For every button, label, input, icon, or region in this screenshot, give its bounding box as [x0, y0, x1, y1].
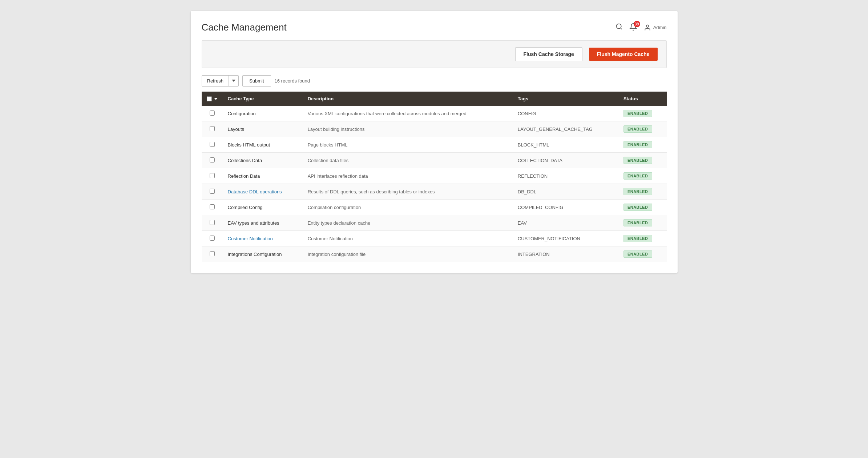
- status-badge: ENABLED: [623, 125, 652, 133]
- row-checkbox-cell: [202, 231, 223, 246]
- description-cell: Layout building instructions: [303, 121, 513, 137]
- row-checkbox[interactable]: [210, 142, 215, 147]
- cache-type-text: Layouts: [228, 126, 245, 132]
- page-title: Cache Management: [202, 22, 287, 33]
- description-cell: Compilation configuration: [303, 200, 513, 215]
- tags-cell: CONFIG: [513, 106, 618, 121]
- status-badge: ENABLED: [623, 157, 652, 164]
- cache-type-text: EAV types and attributes: [228, 220, 279, 226]
- page-header: Cache Management 39 Admi: [202, 22, 667, 33]
- cache-type-text: Blocks HTML output: [228, 142, 270, 148]
- description-cell: Customer Notification: [303, 231, 513, 246]
- row-checkbox[interactable]: [210, 111, 215, 116]
- status-cell: ENABLED: [618, 153, 667, 168]
- cache-type-cell: Blocks HTML output: [223, 137, 303, 153]
- svg-marker-3: [232, 80, 235, 82]
- cache-type-cell: Layouts: [223, 121, 303, 137]
- tags-cell: COMPILED_CONFIG: [513, 200, 618, 215]
- cache-table-body: ConfigurationVarious XML configurations …: [202, 106, 667, 262]
- cache-type-text: Configuration: [228, 111, 256, 116]
- status-cell: ENABLED: [618, 184, 667, 200]
- cache-type-text: Integrations Configuration: [228, 252, 282, 257]
- admin-label-text: Admin: [653, 25, 667, 30]
- description-header: Description: [303, 92, 513, 106]
- flush-bar: Flush Cache Storage Flush Magento Cache: [202, 40, 667, 68]
- row-checkbox-cell: [202, 215, 223, 231]
- description-cell: Page blocks HTML: [303, 137, 513, 153]
- status-cell: ENABLED: [618, 246, 667, 262]
- header-actions: 39 Admin: [615, 23, 667, 32]
- row-checkbox[interactable]: [210, 189, 215, 194]
- svg-line-1: [621, 28, 622, 29]
- description-cell: API interfaces reflection data: [303, 168, 513, 184]
- cache-type-cell: Database DDL operations: [223, 184, 303, 200]
- row-checkbox-cell: [202, 106, 223, 121]
- cache-type-text: Collections Data: [228, 158, 262, 163]
- row-checkbox[interactable]: [210, 157, 215, 162]
- svg-point-2: [646, 25, 649, 27]
- records-count: 16 records found: [275, 78, 310, 84]
- status-cell: ENABLED: [618, 215, 667, 231]
- cache-type-cell: EAV types and attributes: [223, 215, 303, 231]
- status-cell: ENABLED: [618, 121, 667, 137]
- row-checkbox[interactable]: [210, 126, 215, 131]
- table-row: ConfigurationVarious XML configurations …: [202, 106, 667, 121]
- tags-cell: LAYOUT_GENERAL_CACHE_TAG: [513, 121, 618, 137]
- flush-cache-storage-button[interactable]: Flush Cache Storage: [515, 47, 582, 61]
- row-checkbox[interactable]: [210, 251, 215, 256]
- status-badge: ENABLED: [623, 250, 652, 258]
- row-checkbox-cell: [202, 137, 223, 153]
- search-icon[interactable]: [615, 23, 623, 32]
- row-checkbox-cell: [202, 200, 223, 215]
- tags-cell: DB_DDL: [513, 184, 618, 200]
- row-checkbox[interactable]: [210, 220, 215, 225]
- row-checkbox-cell: [202, 184, 223, 200]
- row-checkbox[interactable]: [210, 204, 215, 209]
- refresh-button[interactable]: Refresh: [202, 76, 229, 86]
- svg-marker-4: [214, 98, 218, 100]
- tags-header: Tags: [513, 92, 618, 106]
- tags-cell: CUSTOMER_NOTIFICATION: [513, 231, 618, 246]
- description-cell: Various XML configurations that were col…: [303, 106, 513, 121]
- cache-type-text: Reflection Data: [228, 173, 260, 179]
- status-cell: ENABLED: [618, 168, 667, 184]
- main-container: Cache Management 39 Admi: [191, 11, 678, 273]
- status-cell: ENABLED: [618, 106, 667, 121]
- tags-cell: REFLECTION: [513, 168, 618, 184]
- table-header-row: Cache Type Description Tags Status: [202, 92, 667, 106]
- table-row: Integrations ConfigurationIntegration co…: [202, 246, 667, 262]
- table-row: Blocks HTML outputPage blocks HTMLBLOCK_…: [202, 137, 667, 153]
- table-row: Collections DataCollection data filesCOL…: [202, 153, 667, 168]
- table-row: Compiled ConfigCompilation configuration…: [202, 200, 667, 215]
- refresh-group: Refresh: [202, 75, 239, 87]
- notification-badge: 39: [634, 21, 640, 27]
- cache-type-cell: Collections Data: [223, 153, 303, 168]
- cache-type-header: Cache Type: [223, 92, 303, 106]
- admin-menu[interactable]: Admin: [644, 24, 667, 31]
- status-cell: ENABLED: [618, 231, 667, 246]
- table-row: Database DDL operationsResults of DDL qu…: [202, 184, 667, 200]
- cache-type-cell: Integrations Configuration: [223, 246, 303, 262]
- table-row: LayoutsLayout building instructionsLAYOU…: [202, 121, 667, 137]
- row-checkbox[interactable]: [210, 236, 215, 241]
- submit-button[interactable]: Submit: [242, 75, 271, 87]
- status-badge: ENABLED: [623, 172, 652, 180]
- notifications-icon[interactable]: 39: [629, 23, 637, 32]
- flush-magento-cache-button[interactable]: Flush Magento Cache: [589, 48, 658, 61]
- tags-cell: COLLECTION_DATA: [513, 153, 618, 168]
- row-checkbox-cell: [202, 121, 223, 137]
- table-row: Reflection DataAPI interfaces reflection…: [202, 168, 667, 184]
- select-all-header[interactable]: [202, 92, 223, 106]
- row-checkbox[interactable]: [210, 173, 215, 178]
- status-badge: ENABLED: [623, 204, 652, 211]
- status-cell: ENABLED: [618, 137, 667, 153]
- tags-cell: BLOCK_HTML: [513, 137, 618, 153]
- status-cell: ENABLED: [618, 200, 667, 215]
- table-row: EAV types and attributesEntity types dec…: [202, 215, 667, 231]
- select-all-checkbox[interactable]: [207, 96, 212, 101]
- cache-type-link[interactable]: Database DDL operations: [228, 189, 282, 194]
- refresh-dropdown-button[interactable]: [229, 76, 238, 86]
- status-badge: ENABLED: [623, 188, 652, 195]
- cache-type-cell: Configuration: [223, 106, 303, 121]
- cache-type-link[interactable]: Customer Notification: [228, 236, 273, 241]
